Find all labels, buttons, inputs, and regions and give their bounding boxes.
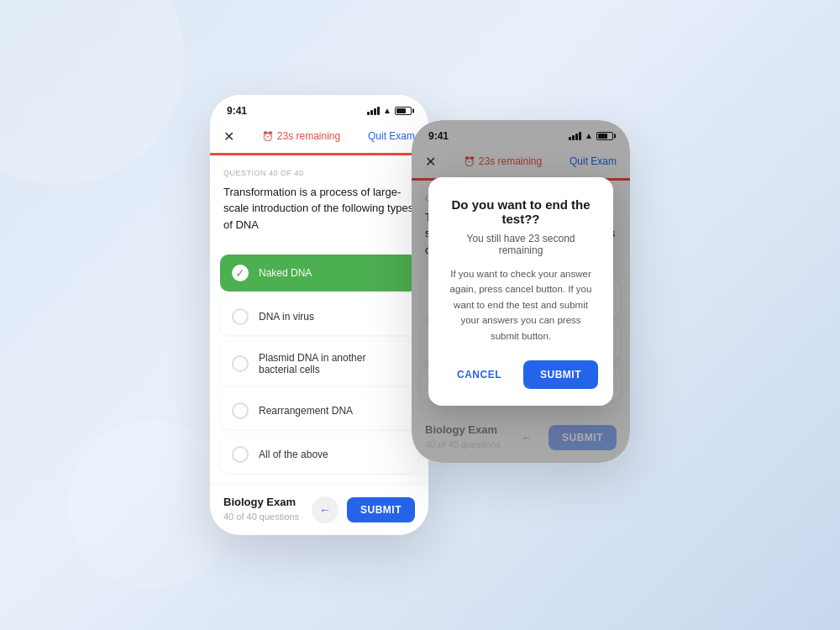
phones-container: 9:41 ▲ ✕ ⏰ 23s remaining Quit (210, 95, 630, 536)
questions-info-left: 40 of 40 questions (223, 512, 299, 522)
timer-icon-left: ⏰ (262, 131, 274, 142)
modal-time-text: You still have 23 second remaining (445, 233, 596, 256)
option-radio-2-left (232, 308, 249, 325)
wifi-icon-left: ▲ (383, 106, 391, 115)
option-text-2-left: DNA in virus (259, 311, 314, 323)
exam-name-left: Biology Exam (223, 496, 299, 508)
exam-header-left: ✕ ⏰ 23s remaining Quit Exam (210, 122, 428, 153)
timer-label-left: 23s remaining (277, 130, 340, 142)
bg-decoration-1 (0, 0, 185, 185)
question-text-left: Transformation is a process of large-sca… (223, 184, 415, 234)
option-radio-5-left (232, 446, 249, 463)
option-text-4-left: Rearrangement DNA (259, 405, 353, 417)
phone-left: 9:41 ▲ ✕ ⏰ 23s remaining Quit (210, 95, 428, 536)
battery-icon-left (395, 107, 412, 115)
bottom-actions-left: ← SUBMIT (312, 496, 415, 523)
timer-left: ⏰ 23s remaining (262, 130, 340, 142)
status-bar-left: 9:41 ▲ (210, 95, 428, 122)
back-button-left[interactable]: ← (312, 496, 339, 523)
status-icons-left: ▲ (367, 106, 412, 115)
option-radio-4-left (232, 402, 249, 419)
option-radio-3-left (232, 355, 249, 372)
status-time-left: 9:41 (227, 105, 247, 117)
modal-actions: CANCEL SUBMIT (445, 360, 596, 389)
options-list-left: ✓ Naked DNA DNA in virus Plasmid DNA in … (210, 255, 428, 473)
option-radio-1-left: ✓ (232, 265, 249, 281)
modal-title: Do you want to end the test?? (445, 197, 596, 226)
confirm-modal: Do you want to end the test?? You still … (428, 177, 613, 406)
option-text-5-left: All of the above (259, 449, 328, 460)
signal-icon-left (367, 107, 380, 115)
modal-cancel-button[interactable]: CANCEL (444, 360, 515, 389)
close-button-left[interactable]: ✕ (223, 129, 234, 144)
modal-overlay: Do you want to end the test?? You still … (412, 120, 630, 464)
option-text-1-left: Naked DNA (259, 267, 312, 279)
modal-submit-button[interactable]: SUBMIT (523, 360, 598, 389)
option-3-left[interactable]: Plasmid DNA in another bacterial cells (220, 342, 418, 386)
option-1-left[interactable]: ✓ Naked DNA (220, 255, 418, 291)
content-left: QUESTION 40 OF 40 Transformation is a pr… (210, 155, 428, 255)
phone-right: 9:41 ▲ ✕ ⏰ 23s remaining Quit (412, 120, 630, 464)
quit-button-left[interactable]: Quit Exam (368, 130, 415, 142)
modal-body: If you want to check your answer again, … (445, 266, 596, 344)
question-label-left: QUESTION 40 OF 40 (223, 169, 415, 177)
option-2-left[interactable]: DNA in virus (220, 298, 418, 335)
submit-button-left[interactable]: SUBMIT (347, 497, 415, 522)
option-4-left[interactable]: Rearrangement DNA (220, 392, 418, 429)
option-text-3-left: Plasmid DNA in another bacterial cells (259, 352, 407, 375)
bottom-info-left: Biology Exam 40 of 40 questions (223, 496, 299, 523)
bottom-bar-left: Biology Exam 40 of 40 questions ← SUBMIT (210, 483, 428, 535)
option-5-left[interactable]: All of the above (220, 436, 418, 473)
